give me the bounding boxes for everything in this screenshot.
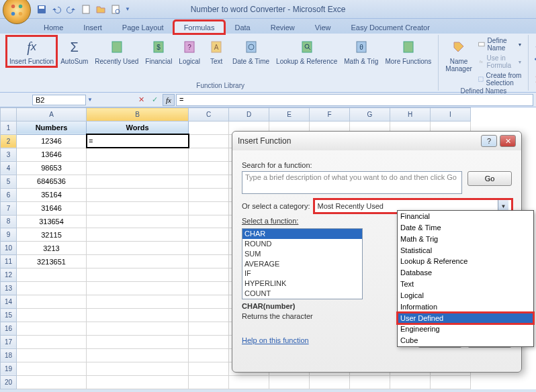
cell[interactable] <box>17 282 87 295</box>
tab-review[interactable]: Review <box>261 21 305 34</box>
category-option[interactable]: Lookup & Reference <box>398 256 533 267</box>
use-in-formula-button[interactable]: fxUse in Formula▼ <box>476 54 525 70</box>
col-header[interactable]: A <box>17 108 87 121</box>
cell[interactable] <box>189 322 229 336</box>
category-dropdown-list[interactable]: FinancialDate & TimeMath & TrigStatistic… <box>397 210 534 347</box>
row-header[interactable]: 16 <box>1 322 17 336</box>
cell[interactable] <box>189 175 229 188</box>
dialog-help-button[interactable]: ? <box>481 135 497 147</box>
function-option[interactable]: SUM <box>242 249 362 259</box>
formula-input[interactable]: = <box>176 94 533 106</box>
trace-dependents-button[interactable]: Trace Depe <box>533 54 536 70</box>
cell[interactable]: 13646 <box>17 148 87 161</box>
print-preview-icon[interactable] <box>110 4 121 15</box>
cell[interactable] <box>87 255 189 268</box>
tab-insert[interactable]: Insert <box>73 21 112 34</box>
cell[interactable] <box>189 375 229 389</box>
row-header[interactable]: 10 <box>1 242 17 255</box>
math-button[interactable]: θ Math & Trig <box>341 36 381 66</box>
col-header[interactable]: D <box>229 108 269 121</box>
cell[interactable] <box>390 375 431 389</box>
new-icon[interactable] <box>81 4 91 15</box>
row-header[interactable]: 3 <box>1 148 17 161</box>
cell[interactable] <box>87 148 189 161</box>
text-button[interactable]: A Text <box>204 36 228 66</box>
cell[interactable] <box>189 309 229 322</box>
dialog-close-button[interactable]: ✕ <box>500 135 516 147</box>
cell[interactable]: Numbers <box>17 121 87 134</box>
cell[interactable] <box>87 188 189 201</box>
row-header[interactable]: 11 <box>1 255 17 268</box>
function-option[interactable]: IF <box>242 268 362 279</box>
cell[interactable] <box>189 362 229 375</box>
row-header[interactable]: 18 <box>1 348 17 362</box>
function-listbox[interactable]: CHARROUNDSUMAVERAGEIFHYPERLINKCOUNT <box>242 228 363 299</box>
cell[interactable] <box>431 375 471 389</box>
cell[interactable] <box>87 242 189 255</box>
cell[interactable] <box>17 348 87 362</box>
category-option[interactable]: Text <box>398 279 533 290</box>
cell[interactable] <box>87 375 189 389</box>
remove-arrows-button[interactable]: Remove Ar <box>533 71 536 87</box>
financial-button[interactable]: $ Financial <box>142 36 175 66</box>
function-option[interactable]: AVERAGE <box>242 259 362 269</box>
cell[interactable] <box>87 295 189 309</box>
undo-icon[interactable] <box>51 4 62 15</box>
create-from-selection-button[interactable]: Create from Selection <box>476 71 525 87</box>
col-header[interactable]: C <box>189 108 229 121</box>
col-header[interactable]: F <box>310 108 350 121</box>
cell[interactable] <box>87 161 189 175</box>
cell[interactable] <box>87 215 189 228</box>
col-header[interactable]: I <box>431 108 471 121</box>
cell[interactable] <box>87 362 189 375</box>
accept-formula-icon[interactable]: ✓ <box>149 94 161 106</box>
category-option[interactable]: User Defined <box>398 313 533 324</box>
cell[interactable] <box>17 335 87 348</box>
cell[interactable] <box>269 375 310 389</box>
open-icon[interactable] <box>95 4 106 15</box>
cell[interactable] <box>87 335 189 348</box>
cell[interactable] <box>87 309 189 322</box>
cell[interactable] <box>17 322 87 336</box>
save-icon[interactable] <box>36 4 47 15</box>
cell[interactable] <box>87 322 189 336</box>
cell[interactable] <box>17 295 87 309</box>
cell[interactable]: 313654 <box>17 215 87 228</box>
cell[interactable] <box>189 268 229 282</box>
col-header[interactable]: E <box>269 108 310 121</box>
cell[interactable] <box>17 268 87 282</box>
cell[interactable] <box>310 375 350 389</box>
row-header[interactable]: 17 <box>1 335 17 348</box>
qat-dropdown-icon[interactable]: ▼ <box>125 6 130 12</box>
logical-button[interactable]: ? Logical <box>176 36 203 66</box>
cell[interactable] <box>17 362 87 375</box>
cell[interactable] <box>189 215 229 228</box>
row-header[interactable]: 7 <box>1 201 17 215</box>
row-header[interactable]: 5 <box>1 175 17 188</box>
fx-bar-icon[interactable]: fx <box>163 94 175 106</box>
tab-data[interactable]: Data <box>224 21 260 34</box>
row-header[interactable]: 6 <box>1 188 17 201</box>
cell[interactable] <box>189 161 229 175</box>
row-header[interactable]: 12 <box>1 268 17 282</box>
row-header[interactable]: 9 <box>1 228 17 242</box>
lookup-button[interactable]: Lookup & Reference <box>273 36 340 66</box>
cell[interactable]: = <box>87 134 189 148</box>
row-header[interactable]: 15 <box>1 309 17 322</box>
col-header[interactable]: G <box>350 108 390 121</box>
cell[interactable]: 98653 <box>17 161 87 175</box>
cell[interactable] <box>229 375 269 389</box>
cell[interactable] <box>189 255 229 268</box>
category-option[interactable]: Logical <box>398 290 533 301</box>
cell[interactable] <box>189 121 229 134</box>
datetime-button[interactable]: Date & Time <box>230 36 272 66</box>
cell[interactable]: 31646 <box>17 201 87 215</box>
cell[interactable] <box>87 348 189 362</box>
trace-precedents-button[interactable]: Trace Prece <box>533 36 536 52</box>
help-link[interactable]: Help on this function <box>242 336 309 344</box>
tab-page-layout[interactable]: Page Layout <box>112 21 174 34</box>
insert-function-button[interactable]: fx Insert Function <box>7 36 56 66</box>
function-option[interactable]: ROUND <box>242 239 362 249</box>
cell[interactable] <box>87 201 189 215</box>
function-option[interactable]: HYPERLINK <box>242 279 362 289</box>
